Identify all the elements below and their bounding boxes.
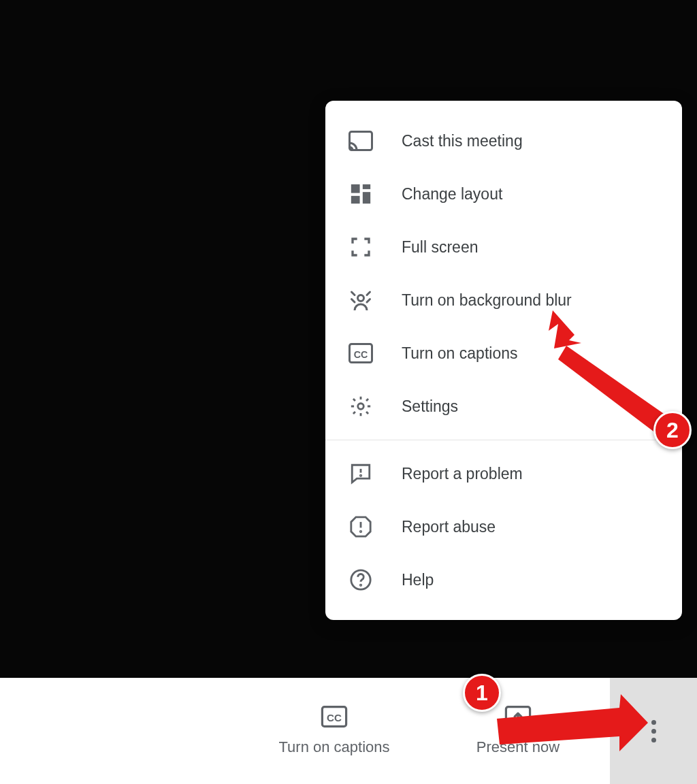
- svg-rect-5: [351, 184, 360, 193]
- captions-label: Turn on captions: [278, 738, 389, 756]
- more-options-button[interactable]: [610, 678, 697, 784]
- bottom-toolbar: CC Turn on captions Present now: [0, 678, 697, 784]
- menu-item-help[interactable]: Help: [325, 553, 682, 606]
- layout-icon: [348, 182, 373, 206]
- blur-icon: [348, 288, 373, 312]
- menu-item-label: Full screen: [402, 240, 478, 255]
- captions-button[interactable]: CC Turn on captions: [242, 678, 426, 784]
- menu-item-captions[interactable]: CC Turn on captions: [325, 327, 682, 380]
- more-vert-icon: [651, 718, 656, 745]
- menu-item-label: Report abuse: [402, 519, 496, 535]
- present-icon: [504, 706, 532, 732]
- svg-point-17: [360, 531, 361, 532]
- settings-icon: [348, 394, 373, 419]
- cast-icon: [348, 129, 373, 153]
- svg-point-9: [358, 295, 364, 301]
- menu-item-fullscreen[interactable]: Full screen: [325, 220, 682, 274]
- annotation-badge-1: 1: [463, 674, 501, 712]
- fullscreen-icon: [348, 235, 373, 259]
- svg-point-4: [350, 148, 352, 150]
- menu-item-report-abuse[interactable]: Report abuse: [325, 500, 682, 553]
- cc-icon: CC: [321, 706, 348, 732]
- cc-icon: CC: [348, 341, 373, 365]
- svg-point-14: [360, 475, 361, 476]
- menu-item-background-blur[interactable]: Turn on background blur: [325, 274, 682, 327]
- octagon-icon: [348, 514, 373, 539]
- svg-rect-6: [363, 184, 370, 189]
- svg-rect-7: [363, 192, 370, 203]
- svg-text:CC: CC: [354, 349, 368, 360]
- present-label: Present now: [476, 738, 560, 756]
- help-icon: [348, 568, 373, 592]
- feedback-icon: [348, 461, 373, 486]
- menu-item-layout[interactable]: Change layout: [325, 167, 682, 220]
- svg-point-12: [358, 404, 364, 410]
- menu-divider: [325, 440, 682, 440]
- menu-item-label: Cast this meeting: [402, 133, 523, 149]
- menu-item-label: Report a problem: [402, 466, 523, 482]
- menu-item-settings[interactable]: Settings: [325, 380, 682, 433]
- present-button[interactable]: Present now: [426, 678, 610, 784]
- svg-rect-3: [350, 132, 372, 150]
- menu-item-label: Turn on background blur: [402, 293, 572, 308]
- more-options-menu: Cast this meeting Change layout Full scr…: [325, 101, 682, 620]
- svg-point-19: [360, 585, 361, 585]
- menu-item-label: Turn on captions: [402, 346, 517, 361]
- svg-text:CC: CC: [327, 712, 342, 723]
- menu-item-report-problem[interactable]: Report a problem: [325, 447, 682, 500]
- menu-item-label: Settings: [402, 399, 458, 414]
- menu-item-cast[interactable]: Cast this meeting: [325, 114, 682, 167]
- menu-item-label: Change layout: [402, 186, 502, 202]
- svg-rect-8: [351, 196, 360, 203]
- annotation-badge-2: 2: [653, 411, 692, 449]
- menu-item-label: Help: [402, 572, 434, 588]
